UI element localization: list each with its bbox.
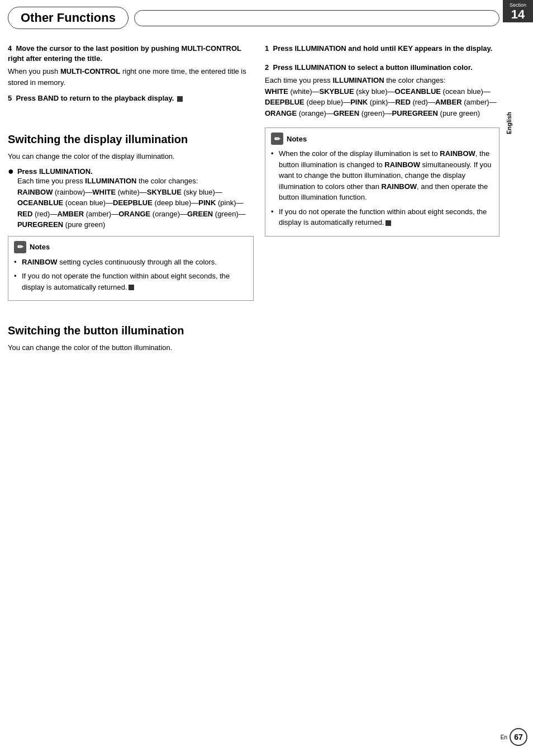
note-item: When the color of the display illuminati… xyxy=(271,148,493,203)
notes-icon: ✏ xyxy=(14,241,26,253)
english-label: English xyxy=(494,101,524,145)
main-content: 4 Move the cursor to the last position b… xyxy=(0,36,533,359)
section-tab: Section 14 xyxy=(503,0,533,22)
section2-intro: You can change the color of the button i… xyxy=(8,342,254,353)
right-step-1: 1 Press ILLUMINATION and hold until KEY … xyxy=(265,44,499,54)
notes-list-right: When the color of the display illuminati… xyxy=(271,148,493,228)
right-step-2-body: Each time you press ILLUMINATION the col… xyxy=(265,75,499,119)
bullet-dot: ● xyxy=(8,166,14,230)
note-item: If you do not operate the function withi… xyxy=(271,206,493,228)
bullet-step-body: Each time you press ILLUMINATION the col… xyxy=(17,176,254,230)
notes-box-display: ✏ Notes RAINBOW setting cycles continuou… xyxy=(8,236,254,301)
stop-symbol xyxy=(129,285,134,290)
notes-box-button: ✏ Notes When the color of the display il… xyxy=(265,127,499,237)
section-number: 14 xyxy=(504,8,532,21)
section1-intro: You can change the color of the display … xyxy=(8,151,254,162)
section1-title: Switching the display illumination xyxy=(8,132,254,147)
right-step-1-heading: 1 Press ILLUMINATION and hold until KEY … xyxy=(265,44,499,54)
section-display-illumination: Switching the display illumination You c… xyxy=(8,132,254,301)
right-step-2-heading: 2 Press ILLUMINATION to select a button … xyxy=(265,63,499,73)
header-right-box xyxy=(134,10,499,26)
notes-list: RAINBOW setting cycles continuously thro… xyxy=(14,257,248,293)
page-header: Other Functions xyxy=(0,0,533,36)
notes-header-right: ✏ Notes xyxy=(271,133,493,145)
note-item: If you do not operate the function withi… xyxy=(14,271,248,292)
step-5-heading: 5 Press BAND to return to the playback d… xyxy=(8,93,254,103)
step-4-body: When you push MULTI-CONTROL right one mo… xyxy=(8,66,254,88)
bullet-step-illumination: ● Press ILLUMINATION. Each time you pres… xyxy=(8,167,254,230)
note-item: RAINBOW setting cycles continuously thro… xyxy=(14,257,248,268)
stop-symbol xyxy=(386,220,391,226)
notes-header: ✏ Notes xyxy=(14,241,248,253)
page-circle: 67 xyxy=(510,728,527,746)
bullet-step-content: Press ILLUMINATION. Each time you press … xyxy=(17,167,254,230)
left-column: 4 Move the cursor to the last position b… xyxy=(8,36,254,359)
step-4-heading: 4 Move the cursor to the last position b… xyxy=(8,44,254,64)
en-label: En xyxy=(501,734,507,740)
right-step-2: 2 Press ILLUMINATION to select a button … xyxy=(265,63,499,119)
bullet-step-heading: Press ILLUMINATION. xyxy=(17,167,254,176)
page-number: En 67 xyxy=(501,728,527,746)
section2-title: Switching the button illumination xyxy=(8,323,254,338)
step-4: 4 Move the cursor to the last position b… xyxy=(8,44,254,88)
notes-icon-right: ✏ xyxy=(271,133,283,145)
right-column: 1 Press ILLUMINATION and hold until KEY … xyxy=(265,36,499,359)
section-button-illumination: Switching the button illumination You ca… xyxy=(8,323,254,353)
page-title: Other Functions xyxy=(8,7,129,29)
stop-symbol xyxy=(177,96,183,102)
top-steps: 4 Move the cursor to the last position b… xyxy=(8,36,254,104)
step-5: 5 Press BAND to return to the playback d… xyxy=(8,93,254,103)
